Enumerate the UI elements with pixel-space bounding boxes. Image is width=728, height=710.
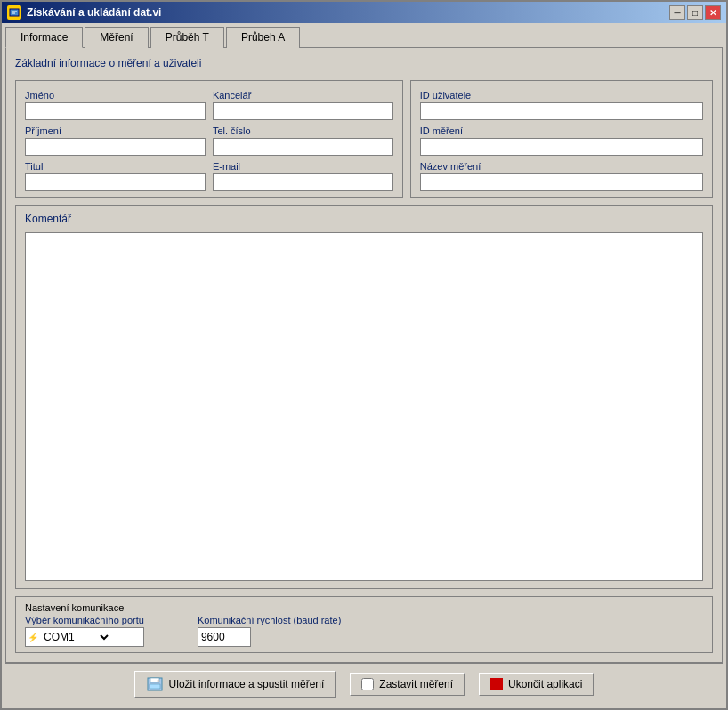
col-id: ID uživatele ID měření Název měření	[420, 86, 703, 191]
prijmeni-input[interactable]	[25, 138, 206, 156]
svg-rect-5	[150, 684, 160, 689]
comment-textarea[interactable]	[25, 232, 703, 581]
kancelar-label: Kancelář	[213, 90, 393, 101]
close-button[interactable]: ✕	[705, 5, 721, 20]
email-input[interactable]	[213, 173, 393, 191]
basic-info-section-label: Základní informace o měření a uživateli	[15, 57, 713, 69]
port-select-wrapper: ⚡ COM1 COM2 COM3 COM4	[25, 627, 144, 647]
save-button[interactable]: Uložit informace a spustit měření	[134, 671, 336, 698]
titul-label: Titul	[25, 161, 206, 172]
stop-label: Zastavit měření	[379, 678, 453, 690]
baud-label: Komunikační rychlost (baud rate)	[198, 615, 341, 625]
comm-port-group: Výběr komunikačního portu ⚡ COM1 COM2 CO…	[25, 615, 144, 647]
minimize-button[interactable]: ─	[669, 5, 685, 20]
quit-label: Ukončit aplikaci	[508, 678, 582, 690]
tab-prubeh-t[interactable]: Průběh T	[150, 27, 224, 48]
bottom-bar: Uložit informace a spustit měření Zastav…	[5, 663, 723, 705]
communication-section: Nastavení komunikace Výběr komunikačního…	[15, 596, 713, 653]
svg-rect-0	[10, 9, 19, 16]
main-window: Získávání a ukládání dat.vi ─ □ ✕ Inform…	[0, 0, 728, 710]
prijmeni-label: Příjmení	[25, 125, 206, 136]
quit-icon	[490, 678, 503, 690]
tab-prubeh-a[interactable]: Průbeh A	[226, 27, 300, 48]
tabs-bar: Informace Měření Průběh T Průbeh A	[5, 27, 723, 48]
titlebar-buttons: ─ □ ✕	[669, 5, 721, 20]
baud-input[interactable]	[198, 627, 251, 647]
tel-cislo-label: Tel. číslo	[213, 125, 393, 136]
stop-button[interactable]: Zastavit měření	[350, 673, 465, 696]
col-office: Kancelář Tel. číslo E-mail	[213, 86, 393, 191]
titlebar: Získávání a ukládání dat.vi ─ □ ✕	[2, 2, 726, 23]
main-content: Informace Měření Průběh T Průbeh A Zákla…	[2, 23, 726, 708]
titlebar-left: Získávání a ukládání dat.vi	[7, 5, 161, 20]
jmeno-label: Jméno	[25, 90, 206, 101]
comment-label: Komentář	[25, 213, 703, 225]
comm-section-title: Nastavení komunikace	[25, 602, 703, 613]
quit-button[interactable]: Ukončit aplikaci	[479, 673, 594, 696]
restore-button[interactable]: □	[687, 5, 703, 20]
tab-content-informace: Základní informace o měření a uživateli …	[5, 47, 723, 663]
save-label: Uložit informace a spustit měření	[169, 678, 325, 690]
comment-section: Komentář	[15, 205, 713, 589]
id-uzivatele-input[interactable]	[420, 102, 703, 120]
port-label: Výběr komunikačního portu	[25, 615, 144, 625]
stop-checkbox[interactable]	[361, 678, 374, 690]
port-icon: ⚡	[28, 633, 38, 642]
email-label: E-mail	[213, 161, 393, 172]
id-mereni-label: ID měření	[420, 125, 703, 136]
window-title: Získávání a ukládání dat.vi	[27, 6, 161, 19]
svg-point-6	[157, 680, 159, 682]
id-mereni-input[interactable]	[420, 138, 703, 156]
col-personal: Jméno Příjmení Titul	[25, 86, 206, 191]
basic-info-section: Jméno Příjmení Titul Kancelář Tel. číslo…	[15, 80, 713, 198]
jmeno-input[interactable]	[25, 102, 206, 120]
tab-mereni[interactable]: Měření	[85, 27, 148, 48]
nazev-mereni-label: Název měření	[420, 161, 703, 172]
nazev-mereni-input[interactable]	[420, 173, 703, 191]
basic-info-right: ID uživatele ID měření Název měření	[410, 80, 713, 198]
save-icon	[146, 676, 164, 692]
id-uzivatele-label: ID uživatele	[420, 90, 703, 101]
comm-row: Výběr komunikačního portu ⚡ COM1 COM2 CO…	[25, 615, 703, 647]
basic-info-left: Jméno Příjmení Titul Kancelář Tel. číslo…	[15, 80, 403, 198]
comm-baud-group: Komunikační rychlost (baud rate)	[198, 615, 341, 647]
port-select[interactable]: COM1 COM2 COM3 COM4	[40, 630, 111, 644]
tel-cislo-input[interactable]	[213, 138, 393, 156]
titul-input[interactable]	[25, 173, 206, 191]
tab-informace[interactable]: Informace	[5, 27, 83, 48]
app-icon	[7, 5, 21, 20]
kancelar-input[interactable]	[213, 102, 393, 120]
